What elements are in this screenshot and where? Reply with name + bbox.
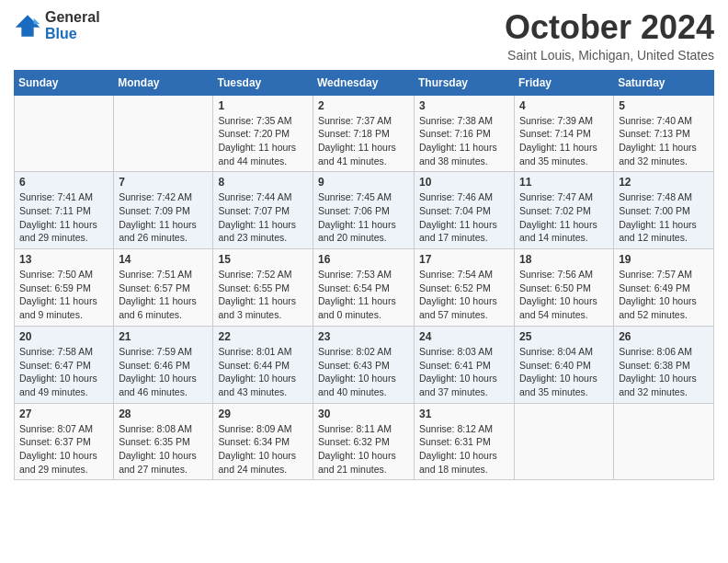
calendar-cell: 30Sunrise: 8:11 AM Sunset: 6:32 PM Dayli… <box>313 403 415 480</box>
calendar-cell: 28Sunrise: 8:08 AM Sunset: 6:35 PM Dayli… <box>114 403 213 480</box>
header-wednesday: Wednesday <box>313 70 415 95</box>
calendar-cell: 14Sunrise: 7:51 AM Sunset: 6:57 PM Dayli… <box>114 249 213 327</box>
logo-blue-text: Blue <box>45 26 100 42</box>
day-info: Sunrise: 7:48 AM Sunset: 7:00 PM Dayligh… <box>619 190 709 245</box>
day-number: 25 <box>519 330 609 343</box>
header-monday: Monday <box>114 70 213 95</box>
calendar-cell: 27Sunrise: 8:07 AM Sunset: 6:37 PM Dayli… <box>15 403 114 480</box>
day-info: Sunrise: 7:45 AM Sunset: 7:06 PM Dayligh… <box>318 190 409 245</box>
day-number: 18 <box>519 253 609 266</box>
day-info: Sunrise: 8:11 AM Sunset: 6:32 PM Dayligh… <box>318 422 409 477</box>
calendar-cell: 16Sunrise: 7:53 AM Sunset: 6:54 PM Dayli… <box>313 249 415 327</box>
day-info: Sunrise: 7:41 AM Sunset: 7:11 PM Dayligh… <box>19 190 108 245</box>
calendar-cell <box>15 95 114 172</box>
calendar-cell: 3Sunrise: 7:38 AM Sunset: 7:16 PM Daylig… <box>415 95 515 172</box>
calendar-header-row: SundayMondayTuesdayWednesdayThursdayFrid… <box>15 70 714 95</box>
calendar-cell: 9Sunrise: 7:45 AM Sunset: 7:06 PM Daylig… <box>313 172 415 249</box>
calendar-cell: 5Sunrise: 7:40 AM Sunset: 7:13 PM Daylig… <box>614 95 714 172</box>
calendar-cell: 21Sunrise: 7:59 AM Sunset: 6:46 PM Dayli… <box>114 326 213 403</box>
day-info: Sunrise: 7:56 AM Sunset: 6:50 PM Dayligh… <box>519 268 609 322</box>
calendar-cell: 29Sunrise: 8:09 AM Sunset: 6:34 PM Dayli… <box>213 403 313 480</box>
calendar-cell: 10Sunrise: 7:46 AM Sunset: 7:04 PM Dayli… <box>415 172 515 249</box>
day-info: Sunrise: 7:50 AM Sunset: 6:59 PM Dayligh… <box>19 268 108 322</box>
day-info: Sunrise: 7:42 AM Sunset: 7:09 PM Dayligh… <box>119 190 208 245</box>
day-number: 9 <box>318 176 409 189</box>
day-number: 7 <box>119 176 208 189</box>
day-info: Sunrise: 8:12 AM Sunset: 6:31 PM Dayligh… <box>419 422 509 477</box>
day-number: 26 <box>619 330 709 343</box>
calendar-cell: 15Sunrise: 7:52 AM Sunset: 6:55 PM Dayli… <box>213 249 313 327</box>
day-info: Sunrise: 8:02 AM Sunset: 6:43 PM Dayligh… <box>318 345 409 399</box>
day-number: 30 <box>318 408 409 420</box>
day-number: 14 <box>119 253 208 266</box>
calendar-cell: 18Sunrise: 7:56 AM Sunset: 6:50 PM Dayli… <box>515 249 614 327</box>
page-header: General Blue October 2024 Saint Louis, M… <box>14 9 714 63</box>
calendar-cell <box>614 403 714 480</box>
calendar-cell: 19Sunrise: 7:57 AM Sunset: 6:49 PM Dayli… <box>614 249 714 327</box>
day-info: Sunrise: 7:54 AM Sunset: 6:52 PM Dayligh… <box>419 268 509 322</box>
day-info: Sunrise: 8:04 AM Sunset: 6:40 PM Dayligh… <box>519 345 609 399</box>
day-number: 10 <box>419 176 509 189</box>
title-block: October 2024 Saint Louis, Michigan, Unit… <box>505 9 714 63</box>
day-info: Sunrise: 7:53 AM Sunset: 6:54 PM Dayligh… <box>318 268 409 322</box>
calendar-cell: 4Sunrise: 7:39 AM Sunset: 7:14 PM Daylig… <box>515 95 614 172</box>
location-text: Saint Louis, Michigan, United States <box>505 48 714 63</box>
calendar-cell: 13Sunrise: 7:50 AM Sunset: 6:59 PM Dayli… <box>15 249 114 327</box>
day-number: 1 <box>218 99 308 112</box>
day-info: Sunrise: 7:57 AM Sunset: 6:49 PM Dayligh… <box>619 268 709 322</box>
calendar-cell: 6Sunrise: 7:41 AM Sunset: 7:11 PM Daylig… <box>15 172 114 249</box>
day-info: Sunrise: 8:03 AM Sunset: 6:41 PM Dayligh… <box>419 345 509 399</box>
day-number: 17 <box>419 253 509 266</box>
day-info: Sunrise: 7:51 AM Sunset: 6:57 PM Dayligh… <box>119 268 208 322</box>
day-number: 31 <box>419 408 509 420</box>
day-number: 4 <box>519 99 609 112</box>
day-info: Sunrise: 7:47 AM Sunset: 7:02 PM Dayligh… <box>519 190 609 245</box>
day-number: 15 <box>218 253 308 266</box>
day-number: 24 <box>419 330 509 343</box>
day-number: 5 <box>619 99 709 112</box>
calendar-cell: 7Sunrise: 7:42 AM Sunset: 7:09 PM Daylig… <box>114 172 213 249</box>
calendar-cell: 31Sunrise: 8:12 AM Sunset: 6:31 PM Dayli… <box>415 403 515 480</box>
calendar-cell <box>114 95 213 172</box>
day-number: 6 <box>19 176 108 189</box>
day-info: Sunrise: 8:06 AM Sunset: 6:38 PM Dayligh… <box>619 345 709 399</box>
day-info: Sunrise: 8:07 AM Sunset: 6:37 PM Dayligh… <box>19 422 108 477</box>
calendar-cell: 20Sunrise: 7:58 AM Sunset: 6:47 PM Dayli… <box>15 326 114 403</box>
calendar-cell: 24Sunrise: 8:03 AM Sunset: 6:41 PM Dayli… <box>415 326 515 403</box>
day-number: 19 <box>619 253 709 266</box>
calendar-cell: 26Sunrise: 8:06 AM Sunset: 6:38 PM Dayli… <box>614 326 714 403</box>
header-sunday: Sunday <box>15 70 114 95</box>
day-info: Sunrise: 7:40 AM Sunset: 7:13 PM Dayligh… <box>619 114 709 168</box>
calendar-cell: 2Sunrise: 7:37 AM Sunset: 7:18 PM Daylig… <box>313 95 415 172</box>
calendar-cell: 23Sunrise: 8:02 AM Sunset: 6:43 PM Dayli… <box>313 326 415 403</box>
calendar-cell: 1Sunrise: 7:35 AM Sunset: 7:20 PM Daylig… <box>213 95 313 172</box>
svg-marker-1 <box>34 17 40 24</box>
day-info: Sunrise: 8:08 AM Sunset: 6:35 PM Dayligh… <box>119 422 208 477</box>
day-number: 2 <box>318 99 409 112</box>
day-number: 11 <box>519 176 609 189</box>
day-number: 20 <box>19 330 108 343</box>
calendar-cell: 12Sunrise: 7:48 AM Sunset: 7:00 PM Dayli… <box>614 172 714 249</box>
day-number: 21 <box>119 330 208 343</box>
day-number: 16 <box>318 253 409 266</box>
calendar-week-row: 1Sunrise: 7:35 AM Sunset: 7:20 PM Daylig… <box>15 95 714 172</box>
svg-marker-0 <box>16 15 40 36</box>
day-info: Sunrise: 7:37 AM Sunset: 7:18 PM Dayligh… <box>318 114 409 168</box>
calendar-week-row: 20Sunrise: 7:58 AM Sunset: 6:47 PM Dayli… <box>15 326 714 403</box>
header-saturday: Saturday <box>614 70 714 95</box>
calendar-week-row: 6Sunrise: 7:41 AM Sunset: 7:11 PM Daylig… <box>15 172 714 249</box>
calendar-week-row: 13Sunrise: 7:50 AM Sunset: 6:59 PM Dayli… <box>15 249 714 327</box>
day-number: 28 <box>119 408 208 420</box>
day-info: Sunrise: 7:39 AM Sunset: 7:14 PM Dayligh… <box>519 114 609 168</box>
calendar-cell: 17Sunrise: 7:54 AM Sunset: 6:52 PM Dayli… <box>415 249 515 327</box>
calendar-cell: 22Sunrise: 8:01 AM Sunset: 6:44 PM Dayli… <box>213 326 313 403</box>
day-number: 3 <box>419 99 509 112</box>
header-friday: Friday <box>515 70 614 95</box>
day-info: Sunrise: 7:46 AM Sunset: 7:04 PM Dayligh… <box>419 190 509 245</box>
day-info: Sunrise: 8:09 AM Sunset: 6:34 PM Dayligh… <box>218 422 308 477</box>
month-title: October 2024 <box>505 9 714 46</box>
calendar-week-row: 27Sunrise: 8:07 AM Sunset: 6:37 PM Dayli… <box>15 403 714 480</box>
day-info: Sunrise: 8:01 AM Sunset: 6:44 PM Dayligh… <box>218 345 308 399</box>
day-info: Sunrise: 7:58 AM Sunset: 6:47 PM Dayligh… <box>19 345 108 399</box>
logo-general-text: General <box>45 9 100 26</box>
